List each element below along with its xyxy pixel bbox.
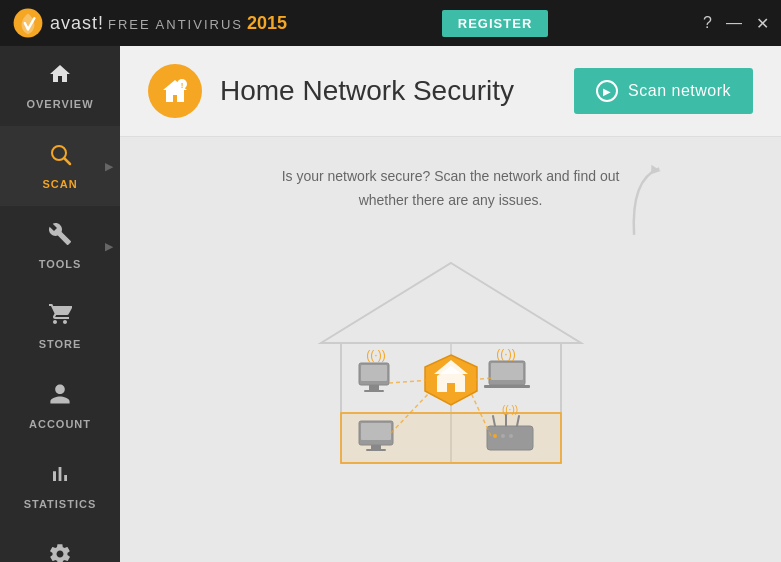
svg-rect-22 — [366, 449, 386, 451]
sidebar-item-settings[interactable]: SETTINGS — [0, 526, 120, 562]
close-button[interactable]: ✕ — [756, 14, 769, 33]
svg-rect-12 — [364, 390, 384, 392]
sidebar-label-overview: OVERVIEW — [26, 98, 93, 110]
sidebar: OVERVIEW SCAN ▶ TOOLS ▶ — [0, 46, 120, 562]
house-illustration: ((·)) ((·)) — [291, 243, 611, 483]
svg-point-28 — [501, 434, 505, 438]
svg-text:!: ! — [181, 81, 184, 90]
avast-year-label: 2015 — [247, 13, 287, 34]
content-title-area: ! Home Network Security — [148, 64, 514, 118]
page-title: Home Network Security — [220, 75, 514, 107]
settings-icon — [48, 542, 72, 562]
titlebar-controls: ? — ✕ — [703, 14, 769, 33]
avast-brand-text: avast! FREE ANTIVIRUS 2015 — [50, 13, 287, 34]
sidebar-label-store: STORE — [39, 338, 82, 350]
avast-product-label: FREE ANTIVIRUS — [108, 17, 243, 32]
titlebar: avast! FREE ANTIVIRUS 2015 REGISTER ? — … — [0, 0, 781, 46]
svg-rect-34 — [447, 383, 455, 392]
play-icon: ▶ — [596, 80, 618, 102]
svg-marker-5 — [321, 263, 581, 343]
svg-rect-16 — [484, 385, 530, 388]
sidebar-label-account: ACCOUNT — [29, 418, 91, 430]
content-header: ! Home Network Security ▶ Scan network — [120, 46, 781, 137]
svg-rect-15 — [491, 363, 523, 380]
sidebar-item-scan[interactable]: SCAN ▶ — [0, 126, 120, 206]
description-line1: Is your network secure? Scan the network… — [282, 168, 620, 184]
register-button[interactable]: REGISTER — [442, 10, 548, 37]
svg-rect-20 — [361, 423, 391, 440]
avast-logo-icon — [12, 7, 44, 39]
svg-rect-11 — [369, 385, 379, 390]
svg-point-27 — [493, 434, 497, 438]
home-network-icon: ! — [148, 64, 202, 118]
main-layout: OVERVIEW SCAN ▶ TOOLS ▶ — [0, 46, 781, 562]
content-area: ! Home Network Security ▶ Scan network I… — [120, 46, 781, 562]
help-button[interactable]: ? — [703, 14, 712, 32]
house-svg: ((·)) ((·)) — [291, 243, 611, 483]
svg-text:((·)): ((·)) — [496, 347, 515, 361]
avast-name: avast! — [50, 13, 104, 34]
tools-arrow: ▶ — [105, 241, 114, 252]
sidebar-label-tools: TOOLS — [39, 258, 82, 270]
store-icon — [48, 302, 72, 332]
sidebar-item-statistics[interactable]: STATISTICS — [0, 446, 120, 526]
account-icon — [48, 382, 72, 412]
scan-network-button[interactable]: ▶ Scan network — [574, 68, 753, 114]
sidebar-item-account[interactable]: ACCOUNT — [0, 366, 120, 446]
titlebar-logo: avast! FREE ANTIVIRUS 2015 — [12, 7, 287, 39]
scan-network-label: Scan network — [628, 82, 731, 100]
svg-text:((·)): ((·)) — [366, 348, 385, 362]
minimize-button[interactable]: — — [726, 14, 742, 32]
svg-rect-13 — [361, 365, 387, 381]
svg-line-2 — [64, 158, 70, 164]
sidebar-item-overview[interactable]: OVERVIEW — [0, 46, 120, 126]
svg-point-29 — [509, 434, 513, 438]
content-body: Is your network secure? Scan the network… — [120, 137, 781, 562]
svg-text:((·)): ((·)) — [501, 404, 517, 415]
sidebar-item-tools[interactable]: TOOLS ▶ — [0, 206, 120, 286]
sidebar-label-scan: SCAN — [42, 178, 77, 190]
statistics-icon — [48, 462, 72, 492]
sidebar-item-store[interactable]: STORE — [0, 286, 120, 366]
svg-rect-21 — [371, 445, 381, 449]
tools-icon — [48, 222, 72, 252]
scan-icon — [48, 142, 72, 172]
description-line2: whether there are any issues. — [359, 192, 543, 208]
overview-icon — [48, 62, 72, 92]
svg-rect-23 — [487, 426, 533, 450]
description-text: Is your network secure? Scan the network… — [282, 165, 620, 213]
scan-arrow: ▶ — [105, 161, 114, 172]
sidebar-label-statistics: STATISTICS — [24, 498, 97, 510]
